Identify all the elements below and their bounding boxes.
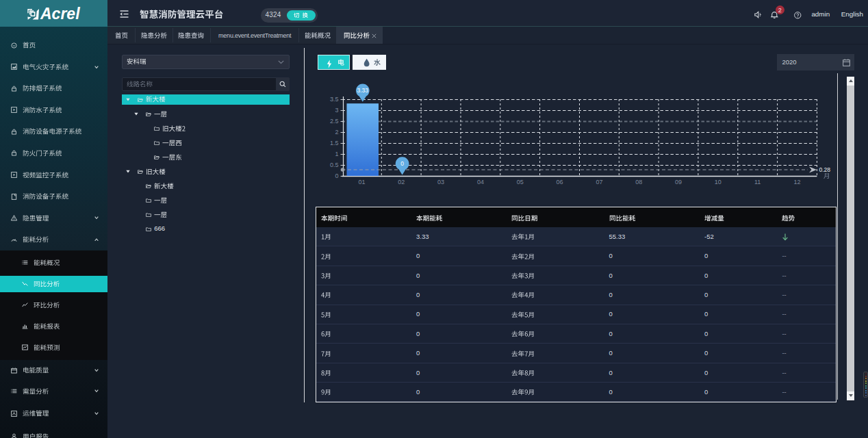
svg-text:0: 0 [400, 160, 404, 167]
svg-text:09: 09 [675, 179, 682, 185]
svg-text:07: 07 [596, 179, 602, 185]
svg-text:1: 1 [335, 151, 338, 157]
svg-text:2.5: 2.5 [330, 118, 339, 125]
svg-text:12: 12 [793, 179, 800, 185]
svg-text:3.5: 3.5 [330, 96, 339, 103]
svg-text:03: 03 [437, 179, 444, 185]
svg-text:01: 01 [358, 179, 365, 185]
svg-text:02: 02 [398, 179, 405, 185]
svg-text:04: 04 [477, 179, 484, 185]
svg-text:3.33: 3.33 [357, 87, 369, 94]
svg-text:11: 11 [754, 179, 761, 185]
svg-text:3: 3 [335, 107, 338, 114]
svg-text:0: 0 [335, 172, 338, 179]
svg-text:0.5: 0.5 [330, 162, 339, 168]
svg-text:05: 05 [517, 179, 524, 185]
svg-text:08: 08 [635, 179, 642, 185]
svg-text:2: 2 [335, 129, 338, 136]
svg-text:1.5: 1.5 [330, 140, 339, 146]
svg-text:10: 10 [715, 179, 722, 185]
svg-text:06: 06 [556, 179, 563, 185]
